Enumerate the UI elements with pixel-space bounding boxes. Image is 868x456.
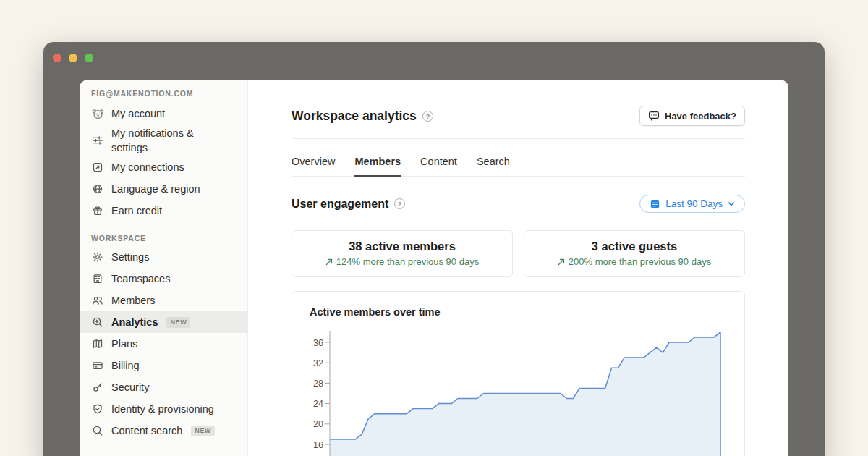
sidebar-item-identity-provisioning[interactable]: Identity & provisioning xyxy=(80,398,247,420)
sidebar-item-analytics[interactable]: Analytics NEW xyxy=(80,311,247,333)
app-window: FIG@MAKENOTION.COM My account xyxy=(43,42,825,456)
have-feedback-button[interactable]: Have feedback? xyxy=(639,106,745,126)
sidebar-item-notifications-settings[interactable]: My notifications & settings xyxy=(80,124,247,156)
account-email-label: FIG@MAKENOTION.COM xyxy=(91,89,247,98)
sidebar-item-label: Earn credit xyxy=(111,205,162,216)
sidebar-item-label: My connections xyxy=(111,161,184,173)
credit-card-icon xyxy=(91,359,104,372)
chart-title: Active members over time xyxy=(310,306,727,318)
arrow-up-right-box-icon xyxy=(91,161,104,174)
sidebar-item-earn-credit[interactable]: Earn credit xyxy=(80,200,247,221)
stat-value: 38 active members xyxy=(298,240,506,253)
sidebar-item-plans[interactable]: Plans xyxy=(80,333,247,355)
stat-cards-row: 38 active members 124% more than previou… xyxy=(292,230,745,277)
svg-text:16: 16 xyxy=(313,440,323,450)
sidebar-item-label: Security xyxy=(111,381,149,393)
workspace-section-label: WORKSPACE xyxy=(91,234,247,242)
settings-dialog: FIG@MAKENOTION.COM My account xyxy=(80,80,788,456)
svg-text:36: 36 xyxy=(313,338,323,348)
chevron-down-icon xyxy=(728,201,735,207)
settings-content: Workspace analytics ? Have xyxy=(248,80,788,456)
active-members-card: 38 active members 124% more than previou… xyxy=(292,230,513,277)
sidebar-item-my-connections[interactable]: My connections xyxy=(80,156,247,178)
sidebar-item-teamspaces[interactable]: Teamspaces xyxy=(80,268,247,290)
sidebar-item-language-region[interactable]: Language & region xyxy=(80,178,247,200)
sidebar-item-label: Billing xyxy=(111,360,140,371)
sidebar-item-label: Settings xyxy=(111,251,149,263)
sidebar-item-label: My notifications & settings xyxy=(111,126,226,155)
gear-icon xyxy=(91,250,104,263)
svg-text:24: 24 xyxy=(313,399,323,409)
window-titlebar xyxy=(43,42,825,80)
arrow-up-right-icon xyxy=(558,258,565,266)
shield-check-icon xyxy=(91,402,104,415)
people-icon xyxy=(91,294,104,307)
globe-icon xyxy=(91,182,104,195)
building-icon xyxy=(91,272,104,285)
tab-content[interactable]: Content xyxy=(420,156,457,176)
svg-text:32: 32 xyxy=(313,358,323,368)
analytics-header: Workspace analytics ? Have xyxy=(292,106,745,126)
avatar xyxy=(91,107,104,120)
sidebar-item-label: Members xyxy=(111,295,155,306)
tab-overview[interactable]: Overview xyxy=(292,156,335,176)
new-badge: NEW xyxy=(166,317,190,328)
active-members-chart: 363228242016 xyxy=(310,326,727,456)
key-icon xyxy=(91,381,104,394)
gift-icon xyxy=(91,204,104,217)
user-engagement-header: User engagement ? xyxy=(292,195,745,213)
date-range-label: Last 90 Days xyxy=(665,198,723,209)
svg-text:28: 28 xyxy=(313,379,323,389)
page-background: FIG@MAKENOTION.COM My account xyxy=(0,0,868,456)
minimize-window-button[interactable] xyxy=(69,54,77,62)
sidebar-item-billing[interactable]: Billing xyxy=(80,355,247,376)
new-badge: NEW xyxy=(191,426,215,436)
stat-value: 3 active guests xyxy=(530,240,739,253)
sidebar-item-my-account[interactable]: My account xyxy=(80,103,247,124)
date-range-dropdown[interactable]: Last 90 Days xyxy=(639,195,745,213)
sidebar-item-label: Teamspaces xyxy=(111,273,170,284)
active-guests-card: 3 active guests 200% more than previous … xyxy=(524,230,745,277)
speech-bubble-icon xyxy=(648,110,660,122)
close-window-button[interactable] xyxy=(53,54,61,62)
sidebar-item-members[interactable]: Members xyxy=(80,290,247,311)
sidebar-item-label: Content search xyxy=(111,425,182,436)
have-feedback-label: Have feedback? xyxy=(665,111,736,122)
help-icon[interactable]: ? xyxy=(394,198,405,209)
stat-delta: 200% more than previous 90 days xyxy=(530,256,739,267)
sidebar-item-label: Plans xyxy=(111,338,137,350)
calendar-icon xyxy=(650,198,660,209)
sidebar-item-label: Analytics xyxy=(111,316,158,328)
tab-members[interactable]: Members xyxy=(354,156,401,177)
analytics-tabs: Overview Members Content Search xyxy=(292,139,745,177)
sidebar-item-security[interactable]: Security xyxy=(80,376,247,398)
chart-area: 363228242016 xyxy=(310,326,727,456)
map-icon xyxy=(91,337,104,350)
section-title: User engagement xyxy=(292,198,388,211)
sidebar-item-label: Language & region xyxy=(111,183,200,195)
arrow-up-right-icon xyxy=(326,258,333,266)
tab-search[interactable]: Search xyxy=(477,156,510,176)
help-icon[interactable]: ? xyxy=(422,111,433,122)
page-title: Workspace analytics xyxy=(292,109,417,124)
sidebar-item-label: My account xyxy=(111,108,165,119)
active-members-chart-card: Active members over time 363228242016 xyxy=(292,291,745,456)
sidebar-item-label: Identity & provisioning xyxy=(111,403,214,415)
stat-delta: 124% more than previous 90 days xyxy=(298,256,506,267)
svg-text:20: 20 xyxy=(313,419,323,429)
sidebar-item-content-search[interactable]: Content search NEW xyxy=(80,420,247,442)
magnifier-icon xyxy=(91,424,104,437)
magnifier-plus-icon xyxy=(91,316,104,329)
sidebar-item-settings[interactable]: Settings xyxy=(80,246,247,268)
zoom-window-button[interactable] xyxy=(85,54,93,62)
sliders-icon xyxy=(91,134,104,147)
settings-sidebar: FIG@MAKENOTION.COM My account xyxy=(80,80,248,456)
